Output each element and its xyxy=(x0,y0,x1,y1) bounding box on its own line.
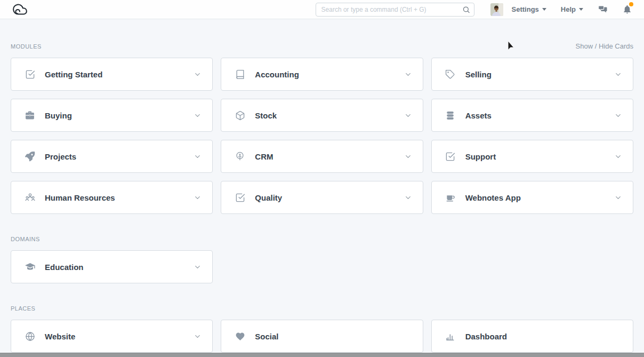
section-label: MODULES xyxy=(11,43,42,50)
database-icon xyxy=(445,110,456,121)
chevron-down-icon[interactable] xyxy=(194,112,202,120)
card-assets[interactable]: Assets xyxy=(431,99,633,132)
card-label: Support xyxy=(465,152,496,161)
card-label: Projects xyxy=(45,152,76,161)
card-label: Dashboard xyxy=(465,332,507,341)
card-education[interactable]: Education xyxy=(11,250,213,283)
notifications-bell-icon[interactable] xyxy=(622,4,632,14)
card-support[interactable]: Support xyxy=(431,140,633,173)
rocket-icon xyxy=(24,152,36,162)
card-getting-started[interactable]: Getting Started xyxy=(11,58,213,91)
heart-icon xyxy=(234,331,246,342)
settings-menu-label: Settings xyxy=(512,5,539,13)
section-label: DOMAINS xyxy=(11,236,40,242)
globe-icon xyxy=(24,331,36,342)
card-label: Getting Started xyxy=(45,70,102,79)
app-logo-cloud-icon[interactable] xyxy=(13,2,27,17)
card-dashboard[interactable]: Dashboard xyxy=(431,320,633,353)
card-grid: Education xyxy=(11,250,633,283)
notification-dot xyxy=(629,2,633,6)
chevron-down-icon[interactable] xyxy=(194,332,202,340)
people-icon xyxy=(24,192,36,203)
chevron-down-icon xyxy=(542,8,546,11)
card-website[interactable]: Website xyxy=(11,320,213,353)
user-avatar[interactable] xyxy=(490,3,503,16)
help-menu-label: Help xyxy=(561,5,576,13)
card-buying[interactable]: Buying xyxy=(11,99,213,132)
help-menu[interactable]: Help xyxy=(561,5,583,13)
card-label: Quality xyxy=(255,193,282,202)
briefcase-icon xyxy=(24,110,36,121)
card-selling[interactable]: Selling xyxy=(431,58,633,91)
chevron-down-icon[interactable] xyxy=(614,153,622,161)
section-header: DOMAINS xyxy=(11,236,633,243)
navbar: Settings Help xyxy=(0,0,644,19)
graduation-cap-icon xyxy=(24,261,36,273)
tag-icon xyxy=(445,69,456,80)
section-header: PLACES xyxy=(11,305,633,312)
check-square-icon xyxy=(24,69,36,80)
card-label: Website xyxy=(45,332,75,341)
broadcast-icon xyxy=(234,151,246,162)
card-label: Webnotes App xyxy=(465,193,521,202)
card-label: Accounting xyxy=(255,70,299,79)
card-accounting[interactable]: Accounting xyxy=(221,58,423,91)
card-label: CRM xyxy=(255,152,273,161)
bar-chart-icon xyxy=(445,331,456,342)
book-icon xyxy=(234,69,246,80)
global-search xyxy=(316,3,474,17)
bottom-strip xyxy=(0,353,644,357)
show-hide-cards-link[interactable]: Show / Hide Cards xyxy=(576,42,633,50)
section-header: MODULESShow / Hide Cards xyxy=(11,42,633,50)
card-stock[interactable]: Stock xyxy=(221,99,423,132)
card-projects[interactable]: Projects xyxy=(11,140,213,173)
section-label: PLACES xyxy=(11,305,35,312)
card-label: Education xyxy=(45,263,84,272)
chevron-down-icon xyxy=(579,8,583,11)
card-quality[interactable]: Quality xyxy=(221,181,423,214)
box-icon xyxy=(234,110,246,121)
navbar-right: Settings Help xyxy=(490,3,632,16)
chevron-down-icon[interactable] xyxy=(194,70,202,78)
card-label: Social xyxy=(255,332,278,341)
card-label: Assets xyxy=(465,111,492,120)
section-places: PLACESWebsiteSocialDashboard xyxy=(11,305,633,353)
chevron-down-icon[interactable] xyxy=(614,70,622,78)
chevron-down-icon[interactable] xyxy=(614,112,622,120)
chevron-down-icon[interactable] xyxy=(194,194,202,202)
card-webnotes-app[interactable]: Webnotes App xyxy=(431,181,633,214)
desk-body: MODULESShow / Hide CardsGetting StartedA… xyxy=(0,42,644,353)
card-label: Human Resources xyxy=(45,193,115,202)
section-domains: DOMAINSEducation xyxy=(11,236,633,283)
card-crm[interactable]: CRM xyxy=(221,140,423,173)
check-square-icon xyxy=(445,152,456,162)
check-square-icon xyxy=(234,193,246,203)
search-icon[interactable] xyxy=(462,5,470,13)
card-label: Selling xyxy=(465,70,492,79)
chevron-down-icon[interactable] xyxy=(404,153,412,161)
chevron-down-icon[interactable] xyxy=(194,153,202,161)
chevron-down-icon[interactable] xyxy=(404,70,412,78)
coffee-icon xyxy=(445,192,456,203)
chevron-down-icon[interactable] xyxy=(404,112,412,120)
search-input[interactable] xyxy=(316,3,474,17)
card-social[interactable]: Social xyxy=(221,320,423,353)
card-grid: Getting StartedAccountingSellingBuyingSt… xyxy=(11,58,633,214)
card-label: Buying xyxy=(45,111,72,120)
chevron-down-icon[interactable] xyxy=(404,194,412,202)
card-human-resources[interactable]: Human Resources xyxy=(11,181,213,214)
chat-icon[interactable] xyxy=(598,4,608,15)
chevron-down-icon[interactable] xyxy=(614,194,622,202)
card-label: Stock xyxy=(255,111,277,120)
settings-menu[interactable]: Settings xyxy=(512,5,546,13)
chevron-down-icon[interactable] xyxy=(194,263,202,271)
section-modules: MODULESShow / Hide CardsGetting StartedA… xyxy=(11,42,633,214)
card-grid: WebsiteSocialDashboard xyxy=(11,320,633,353)
